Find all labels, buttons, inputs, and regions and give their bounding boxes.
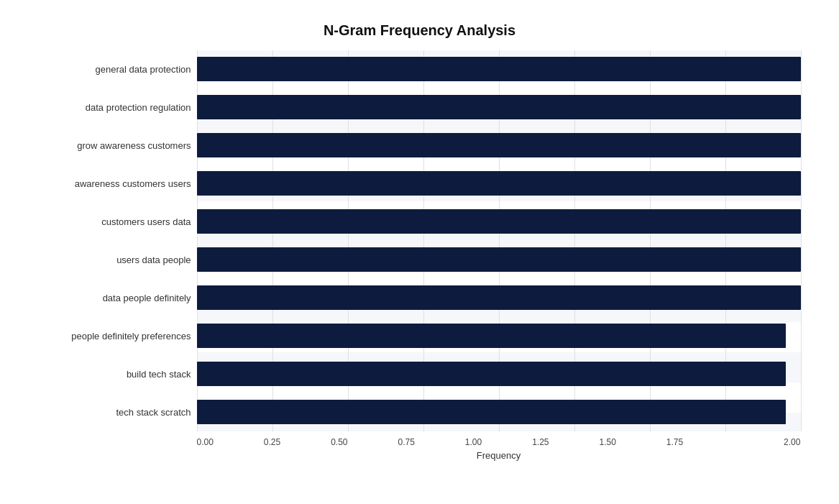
- bar-row: [197, 132, 801, 159]
- bar-row: [197, 246, 801, 273]
- x-tick: 0.75: [398, 437, 464, 447]
- bar: [197, 57, 801, 81]
- bar: [197, 324, 786, 348]
- y-label: build tech stack: [127, 359, 191, 389]
- y-label: users data people: [116, 244, 191, 275]
- bars-column: [197, 50, 801, 431]
- bar: [197, 133, 801, 157]
- x-tick: 0.00: [197, 437, 264, 447]
- x-axis: 0.000.250.500.751.001.251.501.752.00: [39, 437, 801, 447]
- y-label: tech stack scratch: [116, 397, 191, 427]
- x-axis-label: Frequency: [39, 450, 801, 461]
- x-tick: 0.25: [264, 437, 331, 447]
- bars-and-grid: [197, 50, 801, 431]
- bar-row: [197, 398, 801, 426]
- chart-container: N-Gram Frequency Analysis general data p…: [24, 8, 815, 497]
- y-label: awareness customers users: [75, 168, 191, 198]
- y-labels: general data protectiondata protection r…: [39, 50, 197, 431]
- bar: [197, 171, 801, 196]
- x-tick: 1.75: [666, 437, 733, 447]
- x-tick: 1.00: [465, 437, 532, 447]
- bar: [197, 209, 801, 234]
- bar-row: [197, 322, 801, 349]
- y-label: data people definitely: [103, 283, 191, 313]
- bar-row: [197, 284, 801, 311]
- chart-title: N-Gram Frequency Analysis: [39, 22, 801, 39]
- bar-row: [197, 55, 801, 83]
- grid-line: [801, 50, 802, 431]
- bar: [197, 400, 786, 424]
- bar: [197, 285, 801, 310]
- bar-row: [197, 93, 801, 121]
- bar-row: [197, 170, 801, 197]
- x-tick: 0.50: [331, 437, 398, 447]
- bar: [197, 95, 801, 119]
- y-label: data protection regulation: [86, 92, 191, 122]
- y-label: customers users data: [101, 206, 191, 237]
- y-label: grow awareness customers: [77, 130, 191, 160]
- bar-row: [197, 208, 801, 235]
- x-tick: 2.00: [733, 437, 800, 447]
- x-tick: 1.50: [599, 437, 666, 447]
- chart-area: general data protectiondata protection r…: [39, 50, 801, 431]
- bar: [197, 247, 801, 272]
- y-label: general data protection: [96, 54, 191, 84]
- bar: [197, 362, 786, 386]
- y-label: people definitely preferences: [71, 321, 191, 351]
- bar-row: [197, 360, 801, 388]
- x-tick: 1.25: [532, 437, 599, 447]
